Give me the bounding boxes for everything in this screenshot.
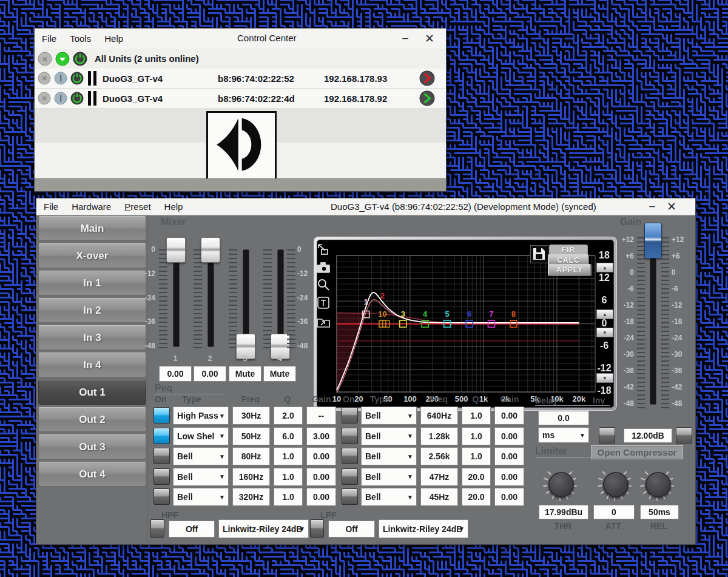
- cc-menu-file[interactable]: File: [42, 33, 56, 44]
- peq-type-dropdown[interactable]: Bell▼: [361, 447, 417, 465]
- peq-gain-field[interactable]: 0.00: [494, 447, 524, 465]
- peq-q-field[interactable]: 1.0: [462, 447, 491, 465]
- peq-freq-field[interactable]: 320Hz: [232, 488, 270, 506]
- dsp-menu-file[interactable]: File: [44, 201, 58, 212]
- cc-minimize-button[interactable]: –: [397, 32, 413, 45]
- mixer-channel-value[interactable]: 0.00: [194, 366, 226, 382]
- mixer-fader-handle[interactable]: [201, 237, 220, 263]
- open-unit-icon[interactable]: [419, 90, 435, 106]
- peq-on-toggle[interactable]: [153, 428, 170, 444]
- eq-scroll-up-button[interactable]: ▲: [596, 309, 613, 319]
- peq-gain-field[interactable]: 0.00: [494, 407, 524, 425]
- sidebar-item-in-4[interactable]: In 4: [38, 353, 146, 377]
- zoom-icon[interactable]: [316, 278, 331, 294]
- peq-on-toggle[interactable]: [342, 428, 358, 444]
- knob-dial[interactable]: [645, 472, 671, 498]
- eq-scroll-down-button[interactable]: ▼: [596, 328, 613, 337]
- limiter-knob-att[interactable]: [595, 464, 634, 503]
- limiter-thr-value[interactable]: 17.99dBu: [539, 505, 588, 519]
- peq-on-toggle[interactable]: [153, 448, 170, 464]
- remove-unit-icon[interactable]: ✕: [38, 92, 51, 105]
- peq-on-toggle[interactable]: [342, 407, 358, 423]
- peq-freq-field[interactable]: 640Hz: [420, 407, 458, 425]
- power-icon[interactable]: [70, 92, 84, 105]
- peq-freq-field[interactable]: 30Hz: [232, 407, 270, 425]
- device-row[interactable]: ✕DuoG3_GT-v4b8:96:74:02:22:52192.168.178…: [35, 69, 446, 89]
- peq-gain-field[interactable]: 3.00: [306, 427, 336, 445]
- peq-gain-field[interactable]: 0.00: [494, 468, 524, 486]
- knob-dial[interactable]: [603, 472, 629, 498]
- inv-toggle[interactable]: [599, 427, 615, 444]
- device-row[interactable]: ✕DuoG3_GT-v4b8:96:74:02:22:4d192.168.178…: [35, 89, 446, 109]
- power-icon[interactable]: [70, 72, 84, 85]
- peq-freq-field[interactable]: 1.28k: [420, 427, 458, 445]
- inv-gain-field[interactable]: 12.00dB: [624, 428, 672, 443]
- peq-on-toggle[interactable]: [342, 488, 358, 505]
- remove-unit-icon[interactable]: ✕: [38, 72, 51, 85]
- sidebar-item-out-4[interactable]: Out 4: [38, 462, 146, 487]
- peq-q-field[interactable]: 1.0: [274, 447, 303, 465]
- gain-fader-handle[interactable]: [644, 223, 662, 258]
- dsp-close-button[interactable]: ✕: [664, 200, 679, 213]
- hpf-type-dropdown[interactable]: Linkwitz-Riley 24dB ▼: [218, 519, 309, 538]
- peq-type-dropdown[interactable]: Bell▼: [361, 407, 417, 425]
- mixer-fader-handle[interactable]: [166, 237, 186, 263]
- mixer-channel-value[interactable]: 0.00: [159, 366, 192, 382]
- peq-gain-field[interactable]: 0.00: [494, 488, 524, 506]
- sidebar-item-out-3[interactable]: Out 3: [38, 434, 146, 459]
- hpf-freq-field[interactable]: Off: [169, 521, 215, 538]
- eq-scroll-up-button[interactable]: ▲: [596, 263, 613, 272]
- identify-icon[interactable]: [54, 92, 67, 105]
- cc-menu-help[interactable]: Help: [104, 33, 123, 44]
- peq-q-field[interactable]: 2.0: [274, 407, 303, 425]
- peq-freq-field[interactable]: 50Hz: [232, 427, 270, 445]
- peq-freq-field[interactable]: 80Hz: [232, 447, 270, 465]
- pause-icon[interactable]: [88, 91, 96, 106]
- peq-on-toggle[interactable]: [342, 448, 358, 464]
- limiter-att-value[interactable]: 0: [593, 505, 635, 519]
- dsp-menu-hardware[interactable]: Hardware: [72, 201, 111, 212]
- limiter-knob-rel[interactable]: [638, 464, 676, 503]
- mixer-fader-track[interactable]: [207, 249, 214, 347]
- pause-icon[interactable]: [88, 71, 96, 86]
- peq-freq-field[interactable]: 45Hz: [420, 488, 458, 506]
- sidebar-item-out-1[interactable]: Out 1: [38, 380, 146, 405]
- remove-unit-icon[interactable]: ✕: [38, 52, 52, 66]
- peq-type-dropdown[interactable]: Bell▼: [361, 468, 417, 486]
- dsp-menu-help[interactable]: Help: [164, 201, 183, 212]
- peq-type-dropdown[interactable]: Bell▼: [173, 468, 229, 486]
- peq-type-dropdown[interactable]: High Pass▼: [173, 407, 229, 425]
- peq-freq-field[interactable]: 160Hz: [232, 468, 270, 486]
- peq-q-field[interactable]: 1.0: [462, 427, 491, 445]
- peq-type-dropdown[interactable]: Bell▼: [361, 427, 417, 445]
- peq-freq-field[interactable]: 2.56k: [420, 447, 458, 465]
- apply-button[interactable]: APPLY: [548, 264, 592, 276]
- group-expand-icon[interactable]: [55, 52, 70, 66]
- dsp-minimize-button[interactable]: –: [644, 200, 660, 213]
- fir-button[interactable]: FIR: [549, 245, 588, 255]
- peq-q-field[interactable]: 1.0: [462, 407, 491, 425]
- peq-q-field[interactable]: 1.0: [274, 488, 303, 506]
- sidebar-item-out-2[interactable]: Out 2: [38, 407, 146, 432]
- sidebar-item-in-3[interactable]: In 3: [38, 325, 146, 350]
- delay-value-field[interactable]: 0.0: [538, 411, 589, 425]
- peq-on-toggle[interactable]: [342, 468, 358, 485]
- peq-gain-field[interactable]: 0.00: [494, 427, 524, 445]
- peq-type-dropdown[interactable]: Low Shel▼: [173, 427, 229, 445]
- peq-gain-field[interactable]: 0.00: [306, 468, 336, 486]
- sidebar-item-in-1[interactable]: In 1: [38, 271, 146, 295]
- peq-q-field[interactable]: 20.0: [462, 488, 491, 506]
- power-icon[interactable]: [73, 52, 87, 66]
- sidebar-item-in-2[interactable]: In 2: [38, 298, 146, 323]
- peq-type-dropdown[interactable]: Bell▼: [361, 488, 417, 506]
- cc-menu-tools[interactable]: Tools: [70, 33, 91, 44]
- eq-scroll-down-button[interactable]: ▼: [596, 373, 613, 383]
- peq-q-field[interactable]: 1.0: [274, 468, 303, 486]
- cc-all-units-row[interactable]: ✕ All Units (2 units online): [35, 49, 446, 70]
- mixer-channel-value[interactable]: Mute: [229, 366, 261, 382]
- peq-type-dropdown[interactable]: Bell▼: [173, 488, 229, 506]
- inv-gain-toggle[interactable]: [676, 427, 692, 444]
- open-compressor-button[interactable]: Open Compressor: [591, 445, 683, 459]
- identify-icon[interactable]: [54, 72, 67, 85]
- dsp-menu-preset[interactable]: Preset: [124, 201, 150, 212]
